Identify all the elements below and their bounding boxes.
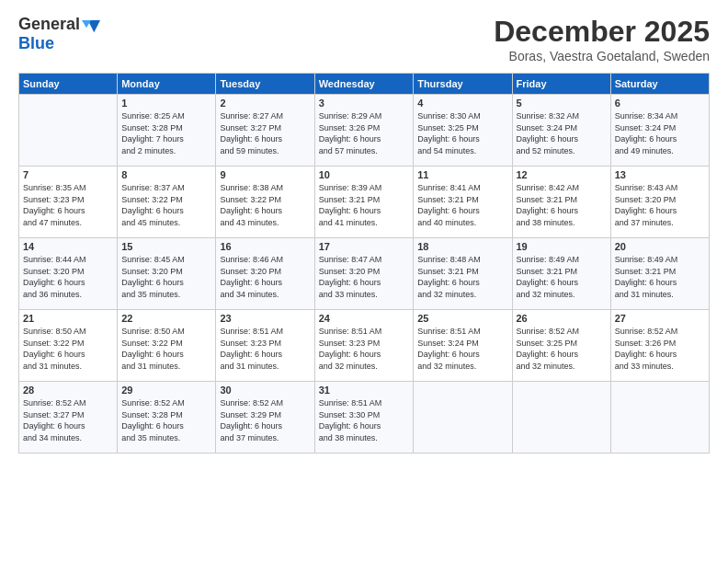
table-row: 8Sunrise: 8:37 AM Sunset: 3:22 PM Daylig… [118,167,216,238]
day-number: 17 [319,241,409,252]
day-info: Sunrise: 8:32 AM Sunset: 3:24 PM Dayligh… [517,110,607,156]
day-number: 24 [319,313,409,324]
day-info: Sunrise: 8:50 AM Sunset: 3:22 PM Dayligh… [121,326,211,372]
table-row: 24Sunrise: 8:51 AM Sunset: 3:23 PM Dayli… [314,310,413,382]
day-info: Sunrise: 8:52 AM Sunset: 3:26 PM Dayligh… [615,326,705,372]
day-number: 22 [121,313,211,324]
day-number: 15 [121,241,211,252]
day-number: 25 [417,313,507,324]
table-row: 3Sunrise: 8:29 AM Sunset: 3:26 PM Daylig… [314,95,413,167]
header: General Blue December 2025 Boras, Vaestr… [18,15,710,63]
logo: General Blue [18,15,100,53]
col-tuesday: Tuesday [216,74,314,95]
day-number: 20 [615,241,705,252]
col-wednesday: Wednesday [314,74,413,95]
table-row [512,382,610,454]
day-number: 10 [319,169,409,180]
day-info: Sunrise: 8:50 AM Sunset: 3:22 PM Dayligh… [23,326,113,372]
day-info: Sunrise: 8:27 AM Sunset: 3:27 PM Dayligh… [220,110,310,156]
day-info: Sunrise: 8:38 AM Sunset: 3:22 PM Dayligh… [220,182,310,228]
day-number: 19 [517,241,607,252]
col-sunday: Sunday [19,74,118,95]
day-number: 21 [23,313,113,324]
day-number: 3 [319,98,409,109]
svg-marker-1 [82,20,91,28]
day-number: 16 [220,241,310,252]
day-number: 8 [121,169,211,180]
day-number: 6 [615,98,705,109]
day-info: Sunrise: 8:51 AM Sunset: 3:30 PM Dayligh… [319,397,409,443]
day-number: 28 [23,385,113,396]
day-number: 4 [417,98,507,109]
table-row: 15Sunrise: 8:45 AM Sunset: 3:20 PM Dayli… [118,238,216,310]
day-number: 31 [319,385,409,396]
day-info: Sunrise: 8:39 AM Sunset: 3:21 PM Dayligh… [319,182,409,228]
table-row: 10Sunrise: 8:39 AM Sunset: 3:21 PM Dayli… [314,167,413,238]
day-info: Sunrise: 8:49 AM Sunset: 3:21 PM Dayligh… [615,254,705,300]
day-info: Sunrise: 8:47 AM Sunset: 3:20 PM Dayligh… [319,254,409,300]
table-row: 26Sunrise: 8:52 AM Sunset: 3:25 PM Dayli… [512,310,610,382]
day-info: Sunrise: 8:52 AM Sunset: 3:29 PM Dayligh… [220,397,310,443]
calendar-week-row: 21Sunrise: 8:50 AM Sunset: 3:22 PM Dayli… [19,310,710,382]
table-row: 9Sunrise: 8:38 AM Sunset: 3:22 PM Daylig… [216,167,314,238]
logo-general-text: General [18,15,80,34]
table-row: 5Sunrise: 8:32 AM Sunset: 3:24 PM Daylig… [512,95,610,167]
table-row: 18Sunrise: 8:48 AM Sunset: 3:21 PM Dayli… [414,238,512,310]
day-number: 14 [23,241,113,252]
table-row: 17Sunrise: 8:47 AM Sunset: 3:20 PM Dayli… [314,238,413,310]
table-row: 23Sunrise: 8:51 AM Sunset: 3:23 PM Dayli… [216,310,314,382]
day-number: 1 [121,98,211,109]
day-info: Sunrise: 8:51 AM Sunset: 3:23 PM Dayligh… [319,326,409,372]
location: Boras, Vaestra Goetaland, Sweden [494,49,710,63]
table-row: 7Sunrise: 8:35 AM Sunset: 3:23 PM Daylig… [19,167,118,238]
day-number: 5 [517,98,607,109]
day-info: Sunrise: 8:52 AM Sunset: 3:25 PM Dayligh… [517,326,607,372]
day-info: Sunrise: 8:49 AM Sunset: 3:21 PM Dayligh… [517,254,607,300]
day-number: 11 [417,169,507,180]
table-row: 22Sunrise: 8:50 AM Sunset: 3:22 PM Dayli… [118,310,216,382]
title-section: December 2025 Boras, Vaestra Goetaland, … [494,15,710,63]
table-row [610,382,709,454]
table-row: 19Sunrise: 8:49 AM Sunset: 3:21 PM Dayli… [512,238,610,310]
day-info: Sunrise: 8:45 AM Sunset: 3:20 PM Dayligh… [121,254,211,300]
day-info: Sunrise: 8:51 AM Sunset: 3:24 PM Dayligh… [417,326,507,372]
day-number: 7 [23,169,113,180]
day-number: 9 [220,169,310,180]
day-number: 18 [417,241,507,252]
day-info: Sunrise: 8:48 AM Sunset: 3:21 PM Dayligh… [417,254,507,300]
day-info: Sunrise: 8:46 AM Sunset: 3:20 PM Dayligh… [220,254,310,300]
day-info: Sunrise: 8:30 AM Sunset: 3:25 PM Dayligh… [417,110,507,156]
day-info: Sunrise: 8:51 AM Sunset: 3:23 PM Dayligh… [220,326,310,372]
table-row: 25Sunrise: 8:51 AM Sunset: 3:24 PM Dayli… [414,310,512,382]
day-info: Sunrise: 8:25 AM Sunset: 3:28 PM Dayligh… [121,110,211,156]
day-number: 30 [220,385,310,396]
table-row: 6Sunrise: 8:34 AM Sunset: 3:24 PM Daylig… [610,95,709,167]
table-row: 4Sunrise: 8:30 AM Sunset: 3:25 PM Daylig… [414,95,512,167]
month-title: December 2025 [494,15,710,49]
table-row: 27Sunrise: 8:52 AM Sunset: 3:26 PM Dayli… [610,310,709,382]
day-info: Sunrise: 8:34 AM Sunset: 3:24 PM Dayligh… [615,110,705,156]
calendar-week-row: 14Sunrise: 8:44 AM Sunset: 3:20 PM Dayli… [19,238,710,310]
table-row: 13Sunrise: 8:43 AM Sunset: 3:20 PM Dayli… [610,167,709,238]
table-row: 2Sunrise: 8:27 AM Sunset: 3:27 PM Daylig… [216,95,314,167]
table-row: 14Sunrise: 8:44 AM Sunset: 3:20 PM Dayli… [19,238,118,310]
calendar-week-row: 1Sunrise: 8:25 AM Sunset: 3:28 PM Daylig… [19,95,710,167]
logo-icon [82,16,100,34]
day-info: Sunrise: 8:29 AM Sunset: 3:26 PM Dayligh… [319,110,409,156]
col-thursday: Thursday [414,74,512,95]
page: General Blue December 2025 Boras, Vaestr… [0,0,728,563]
table-row: 16Sunrise: 8:46 AM Sunset: 3:20 PM Dayli… [216,238,314,310]
day-info: Sunrise: 8:37 AM Sunset: 3:22 PM Dayligh… [121,182,211,228]
col-friday: Friday [512,74,610,95]
table-row: 21Sunrise: 8:50 AM Sunset: 3:22 PM Dayli… [19,310,118,382]
table-row: 29Sunrise: 8:52 AM Sunset: 3:28 PM Dayli… [118,382,216,454]
calendar-week-row: 28Sunrise: 8:52 AM Sunset: 3:27 PM Dayli… [19,382,710,454]
table-row [19,95,118,167]
col-monday: Monday [118,74,216,95]
calendar: Sunday Monday Tuesday Wednesday Thursday… [18,73,710,454]
table-row: 20Sunrise: 8:49 AM Sunset: 3:21 PM Dayli… [610,238,709,310]
calendar-header-row: Sunday Monday Tuesday Wednesday Thursday… [19,74,710,95]
table-row: 12Sunrise: 8:42 AM Sunset: 3:21 PM Dayli… [512,167,610,238]
day-number: 23 [220,313,310,324]
calendar-week-row: 7Sunrise: 8:35 AM Sunset: 3:23 PM Daylig… [19,167,710,238]
